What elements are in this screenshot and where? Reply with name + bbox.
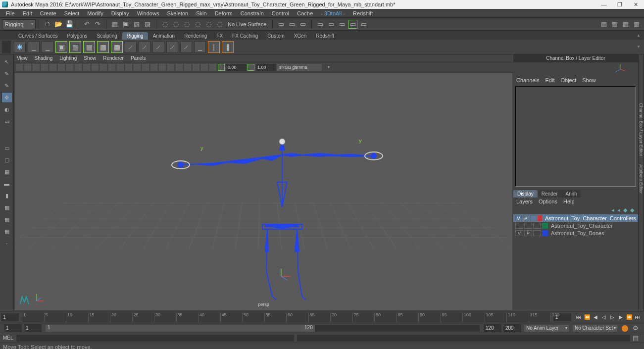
layer-playback-toggle[interactable]: P bbox=[524, 230, 532, 236]
vp-menu-lighting[interactable]: Lighting bbox=[59, 55, 77, 61]
menu-skeleton[interactable]: Skeleton bbox=[163, 10, 192, 16]
layer-row[interactable]: Astronaut_Toy_Character bbox=[513, 222, 638, 229]
shelf-tab-curves[interactable]: Curves / Surfaces bbox=[14, 32, 62, 40]
vp-2d-pan-icon[interactable] bbox=[41, 64, 48, 71]
channel-box-content[interactable] bbox=[515, 86, 636, 187]
snap-grid-icon[interactable]: ◌ bbox=[160, 20, 169, 29]
vp-color-mgmt-select[interactable]: sRGB gamma bbox=[277, 64, 322, 71]
go-start-icon[interactable]: ⏮ bbox=[575, 314, 582, 321]
scale-tool-icon[interactable]: ▭ bbox=[1, 116, 12, 127]
anim-layer-select[interactable]: No Anim Layer bbox=[524, 325, 569, 332]
layer-type-toggle[interactable] bbox=[530, 215, 537, 221]
shelf-rigid-bind-icon[interactable]: ⟋ bbox=[139, 41, 150, 53]
shelf-paint-weights-icon[interactable]: ⟋ bbox=[152, 41, 164, 53]
step-back-key-icon[interactable]: ⏪ bbox=[584, 314, 591, 321]
menu-modify[interactable]: Modify bbox=[83, 10, 107, 16]
shelf-scroll-down-icon[interactable]: ▼ bbox=[634, 43, 643, 51]
workspace-selector[interactable]: Rigging bbox=[2, 19, 36, 29]
vp-menu-show[interactable]: Show bbox=[84, 55, 96, 61]
layer-color-swatch[interactable] bbox=[542, 230, 548, 236]
time-slider[interactable]: 1 15101520253035404550556065707580859095… bbox=[0, 311, 644, 323]
vp-field-chart-icon[interactable] bbox=[92, 64, 99, 71]
shelf-tab-rigging[interactable]: Rigging bbox=[122, 32, 148, 40]
snap-curve-icon[interactable]: ◌ bbox=[171, 20, 180, 29]
vp-multisample-icon[interactable] bbox=[201, 64, 208, 71]
step-fwd-key-icon[interactable]: ⏩ bbox=[626, 314, 633, 321]
range-slider[interactable]: 1 120 bbox=[46, 325, 480, 332]
menu-control[interactable]: Control bbox=[268, 10, 293, 16]
vp-lights-icon[interactable] bbox=[142, 64, 149, 71]
vp-film-gate-icon[interactable] bbox=[66, 64, 73, 71]
shelf-constraint-point-icon[interactable]: ⎯ bbox=[194, 41, 206, 53]
layer-tab-render[interactable]: Render bbox=[538, 190, 562, 198]
snap-point-icon[interactable]: ◌ bbox=[182, 20, 191, 29]
layer-visible-toggle[interactable] bbox=[515, 223, 523, 229]
layer-new-selected-icon[interactable]: ◆ bbox=[630, 207, 634, 213]
panel-layout2-icon[interactable]: ▦ bbox=[610, 20, 619, 29]
cb-menu-edit[interactable]: Edit bbox=[545, 77, 554, 83]
menu-skin[interactable]: Skin bbox=[192, 10, 210, 16]
vp-ao-icon[interactable] bbox=[184, 64, 191, 71]
range-start-field[interactable]: 1 bbox=[4, 324, 22, 332]
shelf-wrap-icon[interactable]: ▦ bbox=[111, 41, 123, 53]
cb-menu-channels[interactable]: Channels bbox=[516, 77, 539, 83]
vp-res-gate-icon[interactable] bbox=[75, 64, 82, 71]
undo-icon[interactable]: ↶ bbox=[82, 20, 91, 29]
minimize-button[interactable]: — bbox=[600, 1, 607, 8]
ipr-render-icon[interactable]: ▭ bbox=[298, 20, 307, 29]
layer-name[interactable]: Astronaut_Toy_Character_Controllers bbox=[543, 215, 636, 221]
menu-create[interactable]: Create bbox=[36, 10, 60, 16]
layout-three-icon[interactable]: ▦ bbox=[1, 202, 12, 213]
vp-xray-icon[interactable] bbox=[167, 64, 174, 71]
le-menu-help[interactable]: Help bbox=[563, 199, 575, 204]
shelf-create-ik-icon[interactable]: ▣ bbox=[55, 41, 67, 53]
snap-live-icon[interactable]: ◌ bbox=[204, 20, 213, 29]
vp-image-plane-icon[interactable] bbox=[33, 64, 40, 71]
layer-row[interactable]: V P Astronaut_Toy_Bones bbox=[513, 229, 638, 237]
shelf-cluster-icon[interactable]: ▦ bbox=[83, 41, 95, 53]
shelf-ik-spline-icon[interactable]: ⎯ bbox=[42, 41, 53, 53]
layer-new-empty-icon[interactable]: ◆ bbox=[623, 207, 627, 213]
select-hierarchy-icon[interactable]: ▦ bbox=[110, 20, 119, 29]
script-editor-icon[interactable]: ▤ bbox=[631, 334, 640, 343]
cmd-input[interactable] bbox=[16, 335, 294, 342]
range-inner-start-field[interactable]: 1 bbox=[24, 324, 42, 332]
shelf-ik-handle-icon[interactable]: ⎯ bbox=[28, 41, 40, 53]
menu-edit[interactable]: Edit bbox=[19, 10, 36, 16]
menu-3dtoall[interactable]: - 3DtoAll - bbox=[317, 10, 349, 16]
menu-windows[interactable]: Windows bbox=[133, 10, 163, 16]
range-handle[interactable]: 1 120 bbox=[46, 325, 315, 332]
layer-tab-display[interactable]: Display bbox=[513, 190, 538, 198]
vp-dof-icon[interactable] bbox=[209, 64, 216, 71]
cb-menu-object[interactable]: Object bbox=[560, 77, 576, 83]
layer-type-toggle[interactable] bbox=[533, 230, 541, 236]
layer-move-up-icon[interactable]: ◂ bbox=[611, 207, 614, 213]
time-ruler[interactable]: 1510152025303540455055606570758085909510… bbox=[22, 312, 550, 322]
shelf-constraint-parent-icon[interactable]: ⟋ bbox=[180, 41, 192, 53]
select-component-icon[interactable]: ▧ bbox=[132, 20, 141, 29]
vp-shadows-icon[interactable] bbox=[150, 64, 157, 71]
snap-toggle-icon[interactable]: ◌ bbox=[215, 20, 224, 29]
shelf-tab-animation[interactable]: Animation bbox=[149, 32, 179, 40]
open-scene-icon[interactable]: 📂 bbox=[54, 20, 63, 29]
light-editor-icon[interactable]: ▭ bbox=[359, 20, 368, 29]
side-tab-channelbox[interactable]: Channel Box / Layer Editor bbox=[639, 99, 644, 160]
panel-layout4-icon[interactable]: ▦ bbox=[632, 20, 641, 29]
cb-menu-show[interactable]: Show bbox=[582, 77, 596, 83]
vp-menu-shading[interactable]: Shading bbox=[35, 55, 53, 61]
select-object-icon[interactable]: ▣ bbox=[121, 20, 130, 29]
layout-persp-icon[interactable]: ▦ bbox=[1, 226, 12, 237]
step-fwd-icon[interactable]: ▶ bbox=[617, 314, 624, 321]
save-scene-icon[interactable]: 💾 bbox=[65, 20, 74, 29]
select-mask-icon[interactable]: ▨ bbox=[143, 20, 152, 29]
hypershade-icon[interactable]: ▭ bbox=[338, 20, 347, 29]
vp-xray-joints-icon[interactable] bbox=[176, 64, 183, 71]
construction-history-icon[interactable]: ▭ bbox=[277, 20, 286, 29]
vp-color-mgmt-arrow-icon[interactable]: ▾ bbox=[324, 63, 333, 72]
viewcube-icon[interactable] bbox=[613, 63, 627, 75]
vp-menu-panels[interactable]: Panels bbox=[131, 55, 146, 61]
lasso-tool-icon[interactable]: ✎ bbox=[1, 68, 12, 79]
panel-layout3-icon[interactable]: ▦ bbox=[621, 20, 630, 29]
layout-two-v-icon[interactable]: ▮ bbox=[1, 190, 12, 201]
layout-custom-icon[interactable]: - bbox=[1, 238, 12, 249]
